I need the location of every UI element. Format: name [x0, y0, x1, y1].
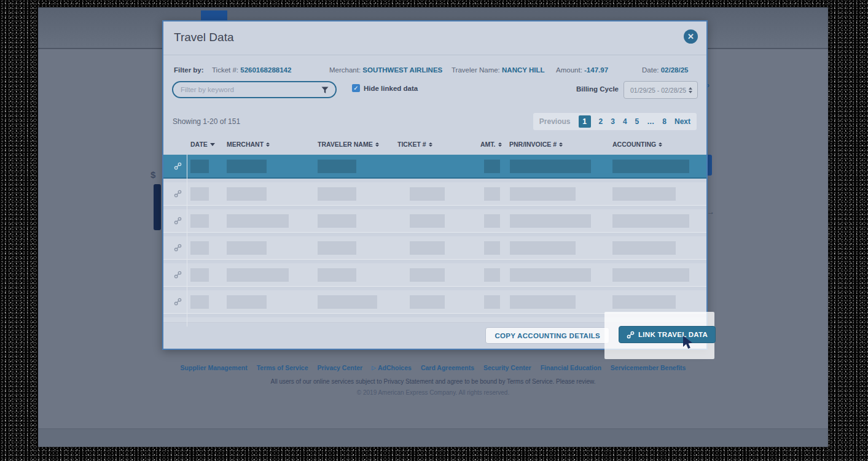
pnr-column-label: PNR/INVOICE # [509, 141, 557, 148]
table-row[interactable] [163, 209, 706, 233]
pagination-page-3[interactable]: 3 [611, 117, 615, 126]
filter-date: Date: 02/28/25 [642, 66, 688, 74]
column-header-amount[interactable]: AMT. [480, 141, 502, 148]
filter-amount: Amount: -147.97 [556, 66, 608, 74]
link-travel-data-button[interactable]: LINK TRAVEL DATA [619, 326, 716, 343]
link-icon[interactable] [174, 217, 182, 225]
column-header-date[interactable]: DATE [190, 141, 215, 148]
check-icon: ✓ [353, 85, 358, 91]
footer-link-privacy-center[interactable]: Privacy Center [318, 364, 363, 371]
pagination-page-8[interactable]: 8 [662, 117, 667, 126]
table-row-partial [163, 317, 706, 323]
adchoices-icon: ▷ [372, 365, 376, 371]
close-icon: ✕ [687, 32, 694, 41]
accounting-column-label: ACCOUNTING [612, 141, 656, 148]
hide-linked-data-checkbox-group[interactable]: ✓ Hide linked data [352, 84, 418, 92]
table-row[interactable] [163, 263, 706, 287]
ticket-value: 5260168288142 [240, 66, 291, 74]
column-header-accounting[interactable]: ACCOUNTING [612, 141, 662, 148]
modal-title: Travel Data [174, 31, 234, 44]
footer-link-terms-of-service[interactable]: Terms of Service [257, 364, 308, 371]
table-header-row: DATE MERCHANT TRAVELER NAME TICKET # AMT… [163, 138, 706, 152]
background-arrow-fragment: → [707, 207, 714, 216]
keyword-filter-field [172, 81, 337, 98]
pagination-ellipsis: … [647, 117, 654, 126]
footer-link-supplier-management[interactable]: Supplier Management [181, 364, 248, 371]
table-body [163, 155, 706, 323]
billing-cycle-label: Billing Cycle [560, 85, 619, 93]
billing-cycle-select[interactable]: 01/29/25 - 02/28/25 [624, 81, 698, 99]
amount-label: Amount: [556, 66, 582, 74]
merchant-value: SOUTHWEST AIRLINES [362, 66, 442, 74]
pagination-page-5[interactable]: 5 [635, 117, 639, 126]
link-icon[interactable] [174, 244, 182, 252]
keyword-filter-input[interactable] [181, 83, 316, 96]
sort-icon [429, 142, 432, 147]
travel-data-modal: Travel Data ✕ Filter by: Ticket #: 52601… [162, 20, 708, 350]
date-label: Date: [642, 66, 659, 74]
footer-link-card-agreements[interactable]: Card Agreements [421, 364, 474, 371]
column-header-ticket[interactable]: TICKET # [397, 141, 432, 148]
pagination-page-1[interactable]: 1 [579, 115, 591, 128]
link-icon[interactable] [174, 162, 182, 170]
footer-link-security-center[interactable]: Security Center [483, 364, 531, 371]
column-header-merchant[interactable]: MERCHANT [227, 141, 270, 148]
sort-icon [375, 142, 379, 147]
column-header-traveler-name[interactable]: TRAVELER NAME [318, 141, 379, 148]
filter-merchant: Merchant: SOUTHWEST AIRLINES [329, 66, 442, 74]
table-column-divider [187, 155, 187, 327]
footer-link-servicemember-benefits[interactable]: Servicemember Benefits [611, 364, 686, 371]
footer-link-adchoices[interactable]: ▷AdChoices [372, 364, 412, 371]
column-header-pnr-invoice[interactable]: PNR/INVOICE # [509, 141, 563, 148]
background-dollar-fragment: $ [151, 169, 155, 180]
filter-by-label: Filter by: [174, 66, 204, 74]
sort-icon [559, 142, 563, 147]
amount-column-label: AMT. [480, 141, 496, 148]
link-icon [627, 331, 635, 339]
page-footer-links: Supplier Management Terms of Service Pri… [38, 364, 828, 371]
merchant-column-label: MERCHANT [227, 141, 264, 148]
table-row[interactable] [163, 290, 706, 314]
link-icon[interactable] [174, 271, 182, 279]
results-bar: Showing 1-20 of 151 Previous 1 2 3 4 5 …… [163, 112, 706, 131]
pagination-previous[interactable]: Previous [539, 117, 571, 126]
footer-link-financial-education[interactable]: Financial Education [541, 364, 601, 371]
traveler-value: NANCY HILL [502, 66, 544, 74]
pagination-next[interactable]: Next [674, 117, 690, 126]
pagination: Previous 1 2 3 4 5 … 8 Next [533, 113, 697, 130]
ticket-label: Ticket #: [212, 66, 238, 74]
filter-ticket: Ticket #: 5260168288142 [212, 66, 291, 74]
table-row[interactable] [163, 182, 706, 206]
checkbox-checked-icon[interactable]: ✓ [352, 84, 360, 92]
filter-funnel-icon[interactable] [321, 87, 329, 94]
ticket-column-label: TICKET # [397, 141, 426, 148]
traveler-column-label: TRAVELER NAME [318, 141, 373, 148]
sort-desc-icon [210, 143, 215, 146]
close-button[interactable]: ✕ [684, 29, 698, 44]
page-footer-band [38, 428, 828, 447]
filter-controls-row: ✓ Hide linked data Billing Cycle 01/29/2… [163, 79, 706, 104]
table-row[interactable] [163, 236, 706, 260]
select-stepper-icon [689, 87, 692, 93]
pagination-page-4[interactable]: 4 [623, 117, 627, 126]
copy-accounting-details-button[interactable]: COPY ACCOUNTING DETAILS [485, 327, 609, 344]
merchant-label: Merchant: [329, 66, 361, 74]
filter-summary-row: Filter by: Ticket #: 5260168288142 Merch… [163, 64, 706, 78]
link-icon[interactable] [174, 298, 182, 306]
amount-value: -147.97 [584, 66, 608, 74]
showing-count-text: Showing 1-20 of 151 [173, 117, 240, 126]
filter-traveler-name: Traveler Name: NANCY HILL [452, 66, 544, 74]
link-icon[interactable] [174, 190, 182, 198]
modal-header: Travel Data ✕ [163, 21, 706, 55]
date-column-label: DATE [190, 141, 208, 148]
sort-icon [266, 142, 270, 147]
date-value: 02/28/25 [661, 66, 689, 74]
table-row-selected[interactable] [163, 155, 706, 179]
page-active-tab-marker [201, 10, 227, 20]
footer-link-adchoices-label: AdChoices [378, 364, 412, 371]
page-copyright: © 2019 American Express Company. All rig… [38, 389, 828, 396]
pagination-page-2[interactable]: 2 [599, 117, 603, 126]
hide-linked-data-label: Hide linked data [364, 85, 418, 92]
link-travel-data-label: LINK TRAVEL DATA [638, 331, 708, 338]
background-button-edge [154, 184, 161, 230]
